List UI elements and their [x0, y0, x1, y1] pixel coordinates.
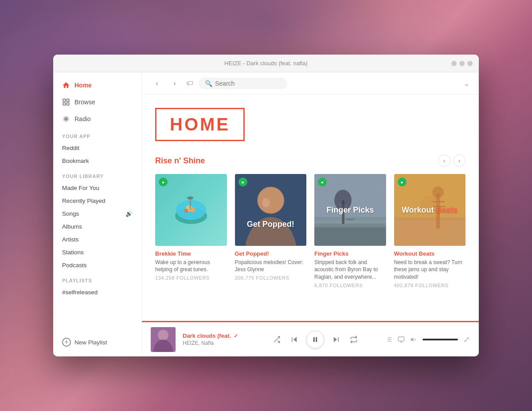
radio-label: Radio — [74, 115, 91, 123]
svg-rect-22 — [314, 228, 386, 246]
getpopped-overlay: Get Popped! — [235, 216, 307, 233]
expand-button[interactable]: ⤢ — [463, 335, 470, 344]
sidebar-item-radio[interactable]: Radio — [53, 111, 141, 127]
card-title-workoutbeats: Workout Beats — [394, 250, 466, 257]
search-bar: 🔍 — [199, 78, 287, 89]
card-image-getpopped: Get Popped! ● — [235, 174, 307, 246]
card-followers-getpopped: 206,775 FOLLOWERS — [235, 275, 307, 281]
workoutbeats-overlay: Workout Beats — [398, 202, 462, 218]
svg-marker-47 — [333, 337, 337, 342]
section-title: Rise n' Shine — [155, 156, 205, 166]
section-next-button[interactable]: › — [453, 154, 466, 167]
prev-button[interactable] — [289, 334, 300, 345]
card-brekkie[interactable]: ● Brekkie Time Wake up to a generous hel… — [155, 174, 227, 288]
section-prev-button[interactable]: ‹ — [438, 154, 450, 167]
card-followers-fingerpicks: 6,870 FOLLOWERS — [314, 283, 386, 288]
svg-point-24 — [345, 218, 355, 220]
shuffle-button[interactable] — [271, 334, 282, 345]
card-desc-fingerpicks: Stripped back folk and acoustic from Byr… — [314, 259, 386, 281]
fingerpicks-overlay: Finger Picks — [323, 202, 377, 218]
sidebar-artists[interactable]: Artists — [53, 233, 141, 246]
card-title-getpopped: Get Popped! — [235, 250, 307, 257]
spotify-dot-brekkie: ● — [159, 178, 168, 186]
svg-rect-1 — [67, 99, 69, 101]
spotify-dot-fingerpicks: ● — [318, 178, 327, 186]
forward-button[interactable]: › — [168, 77, 181, 90]
svg-point-11 — [184, 209, 188, 213]
player-artist: HEIZE, Nafla — [183, 340, 245, 346]
card-getpopped[interactable]: Get Popped! ● Get Popped! Popalicious me… — [235, 174, 307, 288]
title-bar: HEIZE - Dark clouds (feat. nafla) — [53, 55, 479, 72]
search-icon: 🔍 — [205, 80, 212, 87]
card-desc-brekkie: Wake up to a generous helping of great t… — [155, 259, 227, 274]
cards-grid: ● Brekkie Time Wake up to a generous hel… — [155, 174, 466, 288]
window-dot-3[interactable] — [467, 61, 473, 66]
svg-rect-31 — [394, 217, 466, 246]
svg-rect-21 — [314, 224, 386, 228]
plus-circle-icon: + — [62, 338, 71, 347]
sidebar: Home Browse Radio YOUR APP Reddit Bookma — [53, 72, 142, 356]
sidebar-bookmark[interactable]: Bookmark — [53, 154, 141, 167]
volume-button[interactable] — [410, 336, 417, 343]
svg-point-10 — [191, 207, 196, 212]
sidebar-podcasts[interactable]: Podcasts — [53, 259, 141, 272]
window-controls — [451, 61, 473, 66]
next-button[interactable] — [330, 334, 342, 345]
card-followers-workoutbeats: 402,878 FOLLOWERS — [394, 283, 466, 288]
playlist-selfreleased[interactable]: #selfreleased — [53, 286, 141, 299]
back-button[interactable]: ‹ — [151, 77, 163, 90]
playing-icon: 🔊 — [125, 210, 133, 217]
card-workoutbeats[interactable]: Workout Beats ● Workout Beats Need to br… — [394, 174, 466, 288]
svg-marker-43 — [293, 337, 297, 342]
sidebar-item-browse[interactable]: Browse — [53, 94, 141, 111]
player-bar: Dark clouds (feat. ✓ HEIZE, Nafla — [142, 321, 479, 356]
player-extras: ⤢ — [385, 335, 470, 344]
sidebar-made-for-you[interactable]: Made For You — [53, 182, 141, 194]
sidebar-songs[interactable]: Songs 🔊 — [53, 207, 141, 220]
playlists-label: PLAYLISTS — [53, 272, 141, 286]
svg-point-34 — [432, 186, 444, 198]
radio-icon — [62, 115, 70, 123]
svg-rect-12 — [189, 198, 191, 210]
spotify-dot-getpopped: ● — [239, 178, 247, 186]
content-area: ‹ › 🏷 🔍 ⌄ HOME Rise n' Shine — [142, 72, 479, 356]
your-app-label: YOUR APP — [53, 127, 141, 142]
window-dot-1[interactable] — [451, 61, 457, 66]
home-label: Home — [74, 82, 92, 89]
player-album-art — [151, 327, 176, 352]
sidebar-recently-played[interactable]: Recently Played — [53, 194, 141, 207]
search-input[interactable] — [215, 80, 281, 87]
svg-rect-0 — [63, 99, 65, 101]
svg-rect-46 — [316, 337, 317, 342]
player-check-icon: ✓ — [234, 333, 238, 339]
play-pause-button[interactable] — [306, 331, 324, 348]
top-bar: ‹ › 🏷 🔍 ⌄ — [142, 72, 479, 95]
card-desc-getpopped: Popalicious melodies! Cover: Jess Glynne — [235, 259, 307, 274]
tag-icon[interactable]: 🏷 — [186, 79, 193, 87]
card-title-brekkie: Brekkie Time — [155, 250, 227, 257]
new-playlist-button[interactable]: + New Playlist — [53, 332, 141, 352]
spotify-dot-workoutbeats: ● — [398, 178, 407, 186]
queue-button[interactable] — [385, 336, 392, 343]
sidebar-item-home[interactable]: Home — [53, 77, 141, 94]
chevron-down-icon[interactable]: ⌄ — [463, 79, 470, 88]
svg-point-39 — [158, 330, 168, 340]
card-fingerpicks[interactable]: Finger Picks ● Finger Picks Stripped bac… — [314, 174, 386, 288]
window-dot-2[interactable] — [459, 61, 465, 66]
svg-point-13 — [187, 196, 193, 199]
devices-button[interactable] — [398, 336, 405, 343]
main-layout: Home Browse Radio YOUR APP Reddit Bookma — [53, 72, 479, 356]
svg-point-6 — [66, 119, 66, 119]
volume-bar[interactable] — [422, 339, 458, 340]
new-playlist-label: New Playlist — [74, 339, 107, 346]
card-followers-brekkie: 134,258 FOLLOWERS — [155, 275, 227, 281]
home-icon — [62, 81, 70, 89]
card-image-brekkie: ● — [155, 174, 227, 246]
sidebar-albums[interactable]: Albums — [53, 220, 141, 233]
svg-point-17 — [262, 198, 270, 208]
sidebar-stations[interactable]: Stations — [53, 246, 141, 259]
sidebar-reddit[interactable]: Reddit — [53, 142, 141, 154]
repeat-button[interactable] — [348, 334, 360, 345]
window-title: HEIZE - Dark clouds (feat. nafla) — [224, 60, 308, 67]
svg-rect-2 — [63, 103, 65, 105]
